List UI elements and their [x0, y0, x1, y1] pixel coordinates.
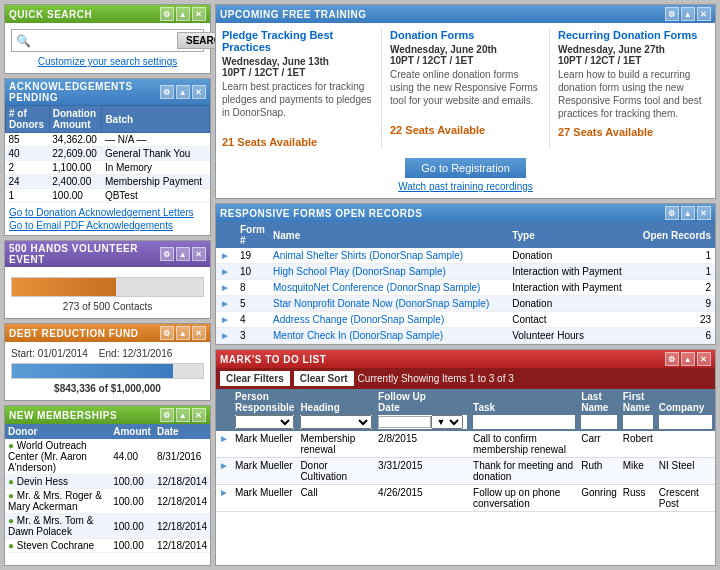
- forms-expand[interactable]: ►: [216, 312, 236, 328]
- todo-task: Follow up on phone conversation: [470, 485, 578, 512]
- todo-expand[interactable]: ►: [216, 431, 232, 458]
- mem-date: 8/31/2016: [154, 439, 210, 475]
- todo-person: Mark Mueller: [232, 431, 297, 458]
- up-icon[interactable]: ▲: [176, 85, 190, 99]
- forms-type: Volunteer Hours: [508, 328, 633, 344]
- forms-expand[interactable]: ►: [216, 248, 236, 264]
- forms-name[interactable]: MosquitoNet Conference (DonorSnap Sample…: [269, 280, 508, 296]
- forms-icons: ⚙ ▲ ✕: [665, 206, 711, 220]
- forms-name[interactable]: Mentor Check In (DonorSnap Sample): [269, 328, 508, 344]
- up-icon[interactable]: ▲: [176, 247, 190, 261]
- todo-col-lastname[interactable]: LastName: [578, 389, 620, 431]
- forms-expand[interactable]: ►: [216, 264, 236, 280]
- gear-icon[interactable]: ⚙: [665, 7, 679, 21]
- todo-title: Mark's To Do List: [220, 354, 326, 365]
- close-icon[interactable]: ✕: [697, 206, 711, 220]
- customize-search-link[interactable]: Customize your search settings: [38, 56, 178, 67]
- ack-batch: QBTest: [102, 189, 210, 203]
- mem-donor: ● Mr. & Mrs. Tom & Dawn Polacek: [5, 514, 110, 539]
- close-icon[interactable]: ✕: [192, 247, 206, 261]
- ack-amount: 34,362.00: [49, 133, 102, 147]
- todo-expand[interactable]: ►: [216, 458, 232, 485]
- mem-col-amount: Amount: [110, 424, 154, 439]
- table-row: 1100.00QBTest: [6, 189, 210, 203]
- forms-expand[interactable]: ►: [216, 328, 236, 344]
- ack-email-link[interactable]: Go to Email PDF Acknowledgements: [9, 220, 206, 231]
- mem-col-date: Date: [154, 424, 210, 439]
- clear-sort-button[interactable]: Clear Sort: [294, 371, 354, 386]
- followup-filter-input[interactable]: [378, 416, 431, 428]
- up-icon[interactable]: ▲: [176, 326, 190, 340]
- forms-table: Form # Name Type Open Records ►19Animal …: [216, 222, 715, 344]
- training-item-0-date: Wednesday, June 13th 10PT / 12CT / 1ET: [222, 56, 373, 78]
- gear-icon[interactable]: ⚙: [160, 408, 174, 422]
- forms-col-type: Type: [508, 222, 633, 248]
- todo-company: Crescent Post: [656, 485, 715, 512]
- gear-icon[interactable]: ⚙: [160, 326, 174, 340]
- ack-donors: 24: [6, 175, 50, 189]
- forms-records: 6: [634, 328, 715, 344]
- close-icon[interactable]: ✕: [192, 7, 206, 21]
- training-item-0-title[interactable]: Pledge Tracking Best Practices: [222, 29, 373, 53]
- training-item-2-title[interactable]: Recurring Donation Forms: [558, 29, 709, 41]
- watch-recordings-link[interactable]: Watch past training recordings: [398, 181, 533, 192]
- dot-icon: ●: [8, 540, 14, 551]
- training-item-0-seats: 21 Seats Available: [222, 136, 373, 148]
- debt-amount: $843,336 of $1,000,000: [11, 383, 204, 394]
- search-icon: 🔍: [16, 34, 31, 48]
- registration-button[interactable]: Go to Registration: [405, 158, 526, 178]
- gear-icon[interactable]: ⚙: [665, 352, 679, 366]
- up-icon[interactable]: ▲: [681, 206, 695, 220]
- up-icon[interactable]: ▲: [176, 7, 190, 21]
- training-item-1-title[interactable]: Donation Forms: [390, 29, 541, 41]
- training-divider-1: [381, 29, 382, 148]
- forms-num: 19: [236, 248, 269, 264]
- todo-task: Thank for meeting and donation: [470, 458, 578, 485]
- training-content: Pledge Tracking Best Practices Wednesday…: [216, 23, 715, 154]
- close-icon[interactable]: ✕: [697, 7, 711, 21]
- forms-expand[interactable]: ►: [216, 296, 236, 312]
- forms-col-form: Form #: [236, 222, 269, 248]
- up-icon[interactable]: ▲: [681, 352, 695, 366]
- forms-header: Responsive Forms Open Records ⚙ ▲ ✕: [216, 204, 715, 222]
- gear-icon[interactable]: ⚙: [160, 247, 174, 261]
- heading-filter-select[interactable]: [300, 415, 372, 429]
- todo-panel: Mark's To Do List ⚙ ▲ ✕ Clear Filters Cl…: [215, 349, 716, 566]
- todo-col-task[interactable]: Task: [470, 389, 578, 431]
- up-icon[interactable]: ▲: [176, 408, 190, 422]
- forms-name[interactable]: Star Nonprofit Donate Now (DonorSnap Sam…: [269, 296, 508, 312]
- ack-donors: 2: [6, 161, 50, 175]
- search-input[interactable]: [35, 35, 173, 47]
- todo-col-firstname[interactable]: FirstName: [620, 389, 656, 431]
- close-icon[interactable]: ✕: [697, 352, 711, 366]
- debt-title: Debt Reduction Fund: [9, 328, 139, 339]
- followup-filter-select[interactable]: ▼: [431, 415, 462, 429]
- todo-col-person[interactable]: PersonResponsible: [232, 389, 297, 431]
- todo-col-followup[interactable]: Follow UpDate▼: [375, 389, 470, 431]
- close-icon[interactable]: ✕: [192, 408, 206, 422]
- clear-filters-button[interactable]: Clear Filters: [220, 371, 290, 386]
- gear-icon[interactable]: ⚙: [160, 7, 174, 21]
- mem-date: 12/18/2014: [154, 514, 210, 539]
- close-icon[interactable]: ✕: [192, 326, 206, 340]
- memberships-panel: New Memberships ⚙ ▲ ✕ Donor Amount Date …: [4, 405, 211, 566]
- todo-lastname: Ruth: [578, 458, 620, 485]
- close-icon[interactable]: ✕: [192, 85, 206, 99]
- ack-letters-link[interactable]: Go to Donation Acknowledgement Letters: [9, 207, 206, 218]
- gear-icon[interactable]: ⚙: [665, 206, 679, 220]
- forms-name[interactable]: High School Play (DonorSnap Sample): [269, 264, 508, 280]
- forms-name[interactable]: Address Change (DonorSnap Sample): [269, 312, 508, 328]
- todo-col-heading[interactable]: Heading: [297, 389, 375, 431]
- gear-icon[interactable]: ⚙: [160, 85, 174, 99]
- up-icon[interactable]: ▲: [681, 7, 695, 21]
- table-row: ►10High School Play (DonorSnap Sample)In…: [216, 264, 715, 280]
- forms-expand[interactable]: ►: [216, 280, 236, 296]
- ack-batch: — N/A —: [102, 133, 210, 147]
- forms-name[interactable]: Animal Shelter Shirts (DonorSnap Sample): [269, 248, 508, 264]
- ack-links: Go to Donation Acknowledgement Letters G…: [5, 203, 210, 235]
- mem-date: 12/18/2014: [154, 539, 210, 553]
- person-filter-select[interactable]: [235, 415, 294, 429]
- todo-col-company[interactable]: Company: [656, 389, 715, 431]
- todo-expand[interactable]: ►: [216, 485, 232, 512]
- todo-heading: Donor Cultivation: [297, 458, 375, 485]
